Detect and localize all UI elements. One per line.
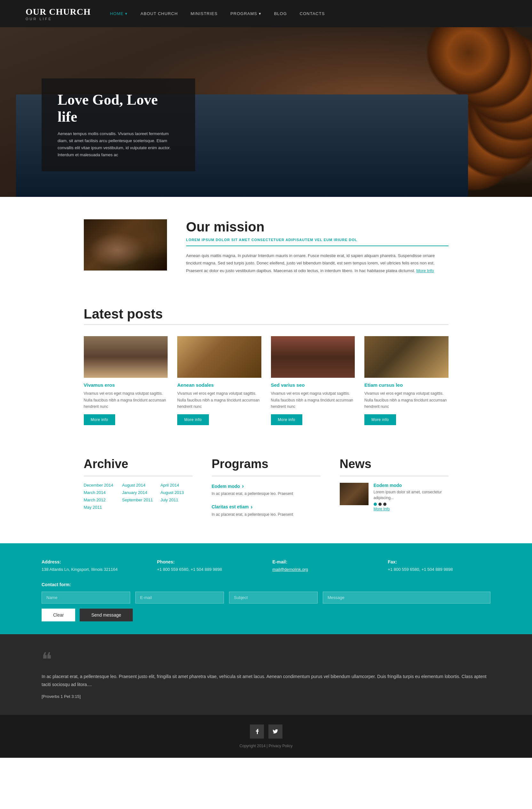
footer-form (41, 591, 491, 603)
latest-posts-section: Latest posts Vivamus eros Vivamus vel er… (84, 294, 448, 444)
news-dot-1[interactable] (374, 503, 377, 506)
social-icons (250, 724, 282, 739)
mission-image-inner (84, 219, 167, 271)
news-item-0: Eodem modo Lorem ipsum dolor sit amet, c… (340, 483, 448, 512)
nav-ministries[interactable]: MINISTRIES (191, 11, 217, 16)
nav-blog[interactable]: BLOG (274, 11, 287, 16)
nav-about[interactable]: ABOUT CHURCH (140, 11, 178, 16)
archive-link-6[interactable]: March 2012 (84, 498, 116, 502)
footer-contact-label: Contact form: (41, 582, 491, 587)
programs-title: Programs (212, 457, 321, 471)
archive-title: Archive (84, 457, 193, 471)
programs-divider (212, 476, 321, 476)
footer-message-input[interactable] (323, 591, 491, 603)
post-body-1: Vivamus vel eros eget magna volutpat sag… (84, 390, 168, 410)
archive-link-7[interactable]: September 2011 (122, 498, 154, 502)
program-item-0: Eodem modo In ac placerat erat, a pellen… (212, 483, 321, 497)
mission-image (84, 219, 167, 271)
news-section: News Eodem modo Lorem ipsum dolor sit am… (340, 457, 448, 524)
news-dots (374, 503, 448, 506)
footer-buttons: Clear Send message (41, 608, 491, 621)
program-title-0[interactable]: Eodem modo (212, 483, 321, 489)
archive-link-0[interactable]: December 2014 (84, 483, 116, 487)
hero-overlay: Love God, Love life Aenean tempus mollis… (41, 79, 195, 171)
post-more-btn-2[interactable]: More info (177, 414, 209, 425)
footer-email-label: E-mail: (272, 559, 375, 564)
post-image-2 (177, 336, 261, 378)
nav-contacts[interactable]: CONTACTS (300, 11, 325, 16)
news-title: News (340, 457, 448, 471)
news-image-0 (340, 483, 369, 505)
archive-link-4[interactable]: January 2014 (122, 490, 154, 495)
news-dot-2[interactable] (378, 503, 382, 506)
nav-home[interactable]: HOME ▾ (110, 11, 128, 16)
quote-mark: ❝ (41, 650, 491, 669)
footer-email: E-mail: mail@demolink.org (272, 559, 375, 573)
news-item-title-0: Eodem modo (374, 483, 448, 488)
post-body-4: Vivamus vel eros eget magna volutpat sag… (365, 390, 448, 410)
post-title-3: Sed varius seo (271, 382, 355, 388)
send-button[interactable]: Send message (79, 608, 132, 621)
archive-link-9[interactable]: May 2011 (84, 505, 116, 510)
archive-link-1[interactable]: August 2014 (122, 483, 154, 487)
mission-more-link[interactable]: More Info (416, 268, 434, 273)
facebook-icon[interactable] (250, 724, 264, 739)
footer-quote: ❝ In ac placerat erat, a pellentesque le… (0, 634, 532, 715)
hero-description: Aenean tempus mollis convallis. Vivamus … (58, 130, 179, 158)
twitter-icon[interactable] (268, 724, 282, 739)
post-image-4 (365, 336, 448, 378)
posts-grid: Vivamus eros Vivamus vel eros eget magna… (84, 336, 448, 425)
news-dot-3[interactable] (383, 503, 387, 506)
three-columns: Archive December 2014 August 2014 April … (84, 444, 448, 543)
archive-divider (84, 476, 193, 476)
footer-fax-label: Fax: (388, 559, 491, 564)
main-content: Our mission LOREM IPSUM DOLOR SIT AMET C… (42, 197, 490, 543)
post-body-3: Vivamus vel eros eget magna volutpat sag… (271, 390, 355, 410)
footer-phones-value: +1 800 559 6580, +1 504 889 9898 (157, 566, 260, 573)
nav-programs[interactable]: PROGRAMS ▾ (230, 11, 261, 16)
footer-fax: Fax: +1 800 559 6580, +1 504 889 9898 (388, 559, 491, 573)
header: Our Church OUR LIFE HOME ▾ ABOUT CHURCH … (0, 0, 532, 27)
mission-subtitle: LOREM IPSUM DOLOR SIT AMET CONSECTETUER … (186, 238, 448, 246)
footer-email-value: mail@demolink.org (272, 566, 375, 573)
footer-contact-form: Contact form: Clear Send message (41, 582, 491, 621)
post-card-4: Etiam cursus leo Vivamus vel eros eget m… (365, 336, 448, 425)
mission-title: Our mission (186, 219, 448, 235)
footer-subject-input[interactable] (229, 591, 318, 603)
footer-email-input[interactable] (135, 591, 224, 603)
footer-name-input[interactable] (41, 591, 130, 603)
footer-address-value: 138 Atlantis Ln, Kingsport, Illinois 321… (41, 566, 144, 573)
post-card-1: Vivamus eros Vivamus vel eros eget magna… (84, 336, 168, 425)
hero-section: Love God, Love life Aenean tempus mollis… (0, 27, 532, 197)
programs-section: Programs Eodem modo In ac placerat erat,… (212, 457, 321, 524)
post-title-1: Vivamus eros (84, 382, 168, 388)
news-content-0: Eodem modo Lorem ipsum dolor sit amet, c… (374, 483, 448, 512)
footer-copyright: Copyright 2014 | Privacy Policy (240, 744, 293, 748)
post-more-btn-3[interactable]: More info (271, 414, 303, 425)
post-more-btn-4[interactable]: More info (365, 414, 396, 425)
post-more-btn-1[interactable]: More info (84, 414, 116, 425)
footer-bottom: Copyright 2014 | Privacy Policy (0, 715, 532, 758)
footer-fax-value: +1 800 559 6580, +1 504 889 9898 (388, 566, 491, 573)
footer-phones: Phones: +1 800 559 6580, +1 504 889 9898 (157, 559, 260, 573)
post-image-3 (271, 336, 355, 378)
footer-teal: Address: 138 Atlantis Ln, Kingsport, Ill… (0, 543, 532, 635)
logo-title[interactable]: Our Church (25, 7, 91, 17)
post-title-2: Aenean sodales (177, 382, 261, 388)
footer-email-link[interactable]: mail@demolink.org (272, 567, 308, 572)
main-nav: HOME ▾ ABOUT CHURCH MINISTRIES PROGRAMS … (110, 11, 325, 16)
clear-button[interactable]: Clear (41, 608, 75, 621)
archive-link-2[interactable]: April 2014 (161, 483, 193, 487)
quote-text: In ac placerat erat, a pellentesque leo.… (41, 673, 491, 689)
news-more-link-0[interactable]: More Info (374, 507, 390, 511)
archive-link-3[interactable]: March 2014 (84, 490, 116, 495)
footer-phones-label: Phones: (157, 559, 260, 564)
news-item-body-0: Lorem ipsum dolor sit amet, consectetur … (374, 489, 448, 501)
archive-link-5[interactable]: August 2013 (161, 490, 193, 495)
archive-link-8[interactable]: July 2011 (161, 498, 193, 502)
program-title-1[interactable]: Claritas est etiam (212, 503, 321, 510)
footer-address: Address: 138 Atlantis Ln, Kingsport, Ill… (41, 559, 144, 573)
footer-address-label: Address: (41, 559, 144, 564)
quote-reference: [Proverbs 1 Pet 3:15] (41, 694, 491, 699)
program-body-1: In ac placerat erat, a pellentesque leo.… (212, 512, 321, 518)
